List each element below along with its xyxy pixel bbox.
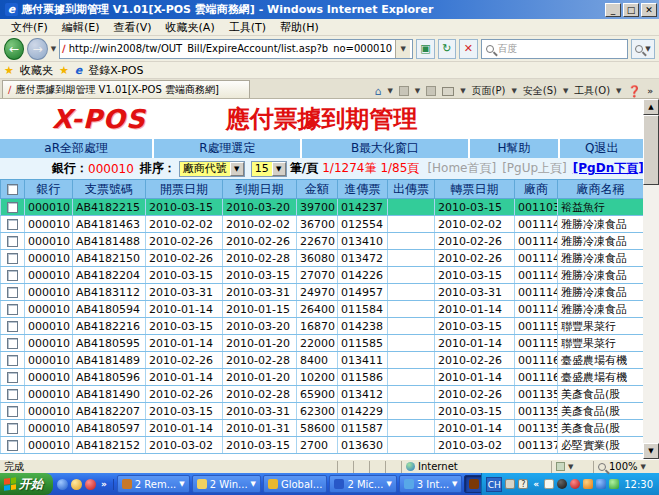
- scrollbar-track[interactable]: [643, 185, 659, 443]
- taskbar-button[interactable]: 2 Win...▼: [192, 475, 261, 493]
- home-icon[interactable]: ⌂: [374, 85, 381, 98]
- help-icon[interactable]: ❓: [627, 85, 641, 98]
- url-dropdown-icon[interactable]: ▼: [395, 40, 410, 58]
- tools-menu-dropdown-icon[interactable]: ▼: [616, 87, 621, 95]
- search-dropdown-icon[interactable]: ▼: [645, 45, 650, 53]
- tray-network-icon[interactable]: [596, 479, 606, 489]
- row-checkbox[interactable]: [7, 406, 18, 417]
- print-dropdown-icon[interactable]: ▼: [460, 87, 465, 95]
- protected-mode-dropdown-icon[interactable]: ▼: [568, 463, 573, 471]
- menu-tools[interactable]: 工具(T): [222, 19, 273, 36]
- history-dropdown-icon[interactable]: ▼: [51, 45, 56, 53]
- safety-menu-dropdown-icon[interactable]: ▼: [563, 87, 568, 95]
- table-row[interactable]: 000010AB41822162010-03-152010-03-2016870…: [1, 318, 644, 335]
- close-button[interactable]: ✕: [641, 3, 657, 17]
- add-favorite-icon[interactable]: ★: [59, 64, 69, 77]
- quicklaunch-desktop-icon[interactable]: [57, 479, 68, 490]
- feeds-dropdown-icon[interactable]: ▼: [415, 87, 420, 95]
- tray-notepad-icon[interactable]: [544, 479, 554, 489]
- menu-maximize-window[interactable]: B最大化窗口: [302, 139, 467, 158]
- quicklaunch-qq-icon[interactable]: [85, 479, 96, 490]
- table-row[interactable]: 000010AB41805962010-01-142010-01-2010200…: [1, 369, 644, 386]
- taskbar-button[interactable]: 2 Mic...▼: [329, 475, 396, 493]
- menu-process-all[interactable]: aR全部處理: [0, 139, 152, 158]
- menu-edit[interactable]: 編輯(E): [55, 19, 107, 36]
- table-row[interactable]: 000010AB41814882010-02-262010-02-2622670…: [1, 233, 644, 250]
- taskbar-button[interactable]: 3 Int...▼: [399, 475, 463, 493]
- scroll-up-icon[interactable]: ▲: [643, 99, 659, 115]
- taskbar-group-dropdown-icon[interactable]: ▼: [452, 480, 457, 488]
- table-row[interactable]: 000010AB41821522010-03-022010-03-1527000…: [1, 437, 644, 454]
- language-indicator[interactable]: CH: [486, 477, 502, 492]
- home-dropdown-icon[interactable]: ▼: [387, 87, 392, 95]
- search-box[interactable]: 百度: [481, 39, 628, 59]
- scroll-down-icon[interactable]: ▼: [643, 443, 659, 459]
- menu-favorites[interactable]: 收藏夹(A): [159, 19, 222, 36]
- commandbar-overflow-icon[interactable]: »: [647, 86, 653, 96]
- minimize-button[interactable]: _: [605, 3, 621, 17]
- back-button[interactable]: ←: [4, 38, 24, 60]
- row-checkbox[interactable]: [7, 287, 18, 298]
- stop-button[interactable]: ✕: [459, 39, 477, 59]
- quicklaunch-overflow-icon[interactable]: »: [99, 479, 109, 489]
- table-row[interactable]: 000010AB41822152010-03-152010-03-2039700…: [1, 199, 644, 216]
- read-mail-icon[interactable]: [426, 86, 436, 96]
- table-row[interactable]: 000010AB41814632010-02-022010-02-0236700…: [1, 216, 644, 233]
- table-row[interactable]: 000010AB41822072010-03-152010-03-3162300…: [1, 403, 644, 420]
- taskbar-group-dropdown-icon[interactable]: ▼: [179, 480, 184, 488]
- tools-menu-button[interactable]: 工具(O): [574, 84, 610, 98]
- start-button[interactable]: 开始: [0, 473, 53, 495]
- menu-process-selected[interactable]: R處理選定: [154, 139, 300, 158]
- row-checkbox[interactable]: [7, 338, 18, 349]
- row-checkbox[interactable]: [7, 423, 18, 434]
- table-row[interactable]: 000010AB41814902010-02-262010-02-2865900…: [1, 386, 644, 403]
- tray-qq-icon[interactable]: [557, 479, 567, 489]
- compatibility-view-button[interactable]: ▣: [416, 39, 434, 59]
- print-icon[interactable]: [442, 87, 454, 96]
- tray-collapse-icon[interactable]: «: [531, 479, 541, 489]
- feeds-icon[interactable]: [399, 86, 409, 96]
- menu-help[interactable]: 帮助(H): [273, 19, 326, 36]
- search-placeholder[interactable]: 百度: [498, 42, 518, 56]
- zoom-level[interactable]: 100%: [609, 461, 638, 472]
- menu-quit[interactable]: Q退出: [560, 139, 643, 158]
- search-go-button[interactable]: ▼: [631, 39, 655, 59]
- vertical-scrollbar[interactable]: ▲ ▼: [643, 99, 659, 459]
- row-checkbox[interactable]: [7, 372, 18, 383]
- favorite-link[interactable]: 登錄X-POS: [88, 63, 143, 78]
- table-row[interactable]: 000010AB41821502010-02-262010-02-2836080…: [1, 250, 644, 267]
- page-menu-dropdown-icon[interactable]: ▼: [511, 87, 516, 95]
- table-row[interactable]: 000010AB41814892010-02-262010-02-2884000…: [1, 352, 644, 369]
- tray-security-icon[interactable]: [583, 479, 593, 489]
- scrollbar-thumb[interactable]: [643, 115, 659, 185]
- row-checkbox[interactable]: [7, 321, 18, 332]
- taskbar-button[interactable]: Global...: [263, 475, 327, 493]
- url-text[interactable]: http://win2008/tw/OUT_Bill/ExpireAccount…: [69, 43, 392, 54]
- page-size-select[interactable]: 15 ▼: [251, 161, 287, 177]
- maximize-button[interactable]: □: [623, 3, 639, 17]
- tray-clock-sync-icon[interactable]: [609, 479, 619, 489]
- row-checkbox[interactable]: [7, 202, 18, 213]
- tray-printer-icon[interactable]: [505, 479, 515, 489]
- row-checkbox[interactable]: [7, 355, 18, 366]
- zoom-dropdown-icon[interactable]: ▼: [641, 463, 646, 471]
- menu-file[interactable]: 文件(F): [4, 19, 55, 36]
- tray-uc-icon[interactable]: [570, 479, 580, 489]
- safety-menu-button[interactable]: 安全(S): [523, 84, 557, 98]
- protected-mode-pane[interactable]: ▼: [551, 461, 593, 473]
- taskbar-button[interactable]: 新浪UC: [464, 475, 481, 493]
- row-checkbox[interactable]: [7, 270, 18, 281]
- tray-help-icon[interactable]: ?: [518, 479, 528, 489]
- taskbar-group-dropdown-icon[interactable]: ▼: [251, 480, 256, 488]
- favorites-button[interactable]: 收藏夹: [20, 63, 53, 78]
- row-checkbox[interactable]: [7, 253, 18, 264]
- table-row[interactable]: 000010AB41805972010-01-142010-01-3158600…: [1, 420, 644, 437]
- row-checkbox[interactable]: [7, 389, 18, 400]
- table-row[interactable]: 000010AB41805942010-01-142010-01-1526400…: [1, 301, 644, 318]
- table-row[interactable]: 000010AB41805952010-01-142010-01-2022000…: [1, 335, 644, 352]
- page-size-dropdown-icon[interactable]: ▼: [272, 162, 286, 176]
- row-checkbox[interactable]: [7, 219, 18, 230]
- sort-dropdown-icon[interactable]: ▼: [230, 162, 244, 176]
- taskbar-group-dropdown-icon[interactable]: ▼: [386, 480, 391, 488]
- select-all-checkbox[interactable]: [7, 184, 18, 195]
